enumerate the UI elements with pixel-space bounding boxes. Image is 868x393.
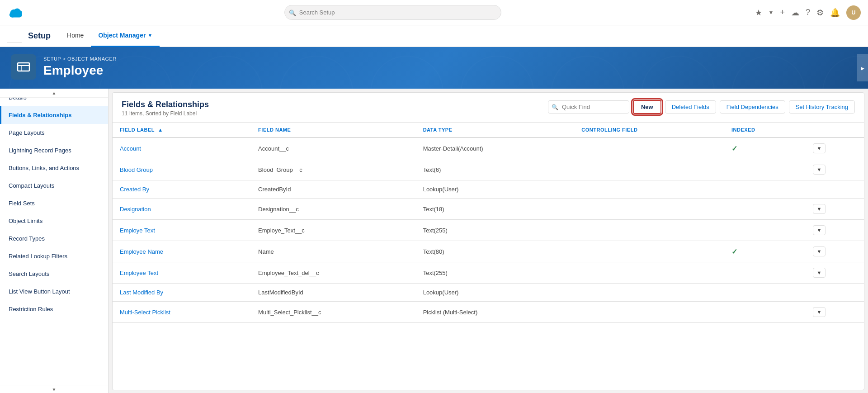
- cell-data-type: Picklist (Multi-Select): [416, 302, 575, 323]
- field-label-link[interactable]: Multi-Select Picklist: [120, 309, 170, 316]
- cell-indexed: [724, 284, 805, 302]
- salesforce-logo[interactable]: [7, 4, 25, 22]
- fields-table-container: FIELD LABEL ▲ FIELD NAME DATA TYPE CONTR…: [113, 123, 864, 390]
- field-label-link[interactable]: Employee Text: [120, 270, 158, 276]
- cell-indexed: [724, 262, 805, 284]
- cell-field-label: Employe Text: [113, 220, 251, 241]
- app-navigation: Setup Home Object Manager ▼: [0, 25, 868, 47]
- tab-object-manager[interactable]: Object Manager ▼: [91, 25, 160, 47]
- success-cloud-icon[interactable]: ☁: [791, 8, 799, 18]
- cell-field-label: Created By: [113, 180, 251, 199]
- sidebar-scroll-up[interactable]: ▲: [0, 89, 108, 98]
- sidebar-item-list-view-button-layout[interactable]: List View Button Layout: [0, 283, 108, 300]
- banner-collapse-button[interactable]: ▸: [857, 54, 868, 81]
- cell-field-label: Account: [113, 137, 251, 159]
- cell-data-type: Lookup(User): [416, 284, 575, 302]
- svg-rect-4: [10, 12, 22, 17]
- sidebar-item-related-lookup-filters[interactable]: Related Lookup Filters: [0, 247, 108, 265]
- sidebar-item-fields---relationships[interactable]: Fields & Relationships: [0, 106, 108, 124]
- sidebar-item-record-types[interactable]: Record Types: [0, 230, 108, 247]
- table-row: Last Modified ByLastModifiedByIdLookup(U…: [113, 284, 864, 302]
- cell-controlling-field: [574, 302, 724, 323]
- fields-table: FIELD LABEL ▲ FIELD NAME DATA TYPE CONTR…: [113, 123, 864, 323]
- add-icon[interactable]: +: [780, 8, 785, 17]
- cell-row-actions: ▼: [806, 302, 864, 323]
- breadcrumb-object-manager-link[interactable]: OBJECT MANAGER: [67, 56, 117, 62]
- sidebar-item-object-limits[interactable]: Object Limits: [0, 212, 108, 230]
- row-action-dropdown-button[interactable]: ▼: [813, 225, 826, 235]
- cell-field-label: Employee Name: [113, 241, 251, 262]
- row-action-dropdown-button[interactable]: ▼: [813, 307, 826, 317]
- sidebar: ▲ DetailsFields & RelationshipsPage Layo…: [0, 89, 108, 393]
- favorites-star-icon[interactable]: ★: [755, 8, 762, 18]
- settings-icon[interactable]: ⚙: [816, 8, 824, 18]
- sidebar-item-search-layouts[interactable]: Search Layouts: [0, 265, 108, 283]
- cell-data-type: Text(6): [416, 159, 575, 180]
- tab-home[interactable]: Home: [60, 25, 91, 47]
- sidebar-item-field-sets[interactable]: Field Sets: [0, 194, 108, 212]
- row-action-dropdown-button[interactable]: ▼: [813, 246, 826, 256]
- app-launcher-icon[interactable]: [7, 30, 22, 43]
- table-row: AccountAccount__cMaster-Detail(Account)✓…: [113, 137, 864, 159]
- user-avatar[interactable]: U: [846, 5, 861, 20]
- field-label-link[interactable]: Employe Text: [120, 227, 155, 234]
- set-history-tracking-button[interactable]: Set History Tracking: [789, 100, 855, 114]
- field-label-link[interactable]: Created By: [120, 186, 149, 193]
- row-action-dropdown-button[interactable]: ▼: [813, 204, 826, 214]
- cell-row-actions: ▼: [806, 262, 864, 284]
- sidebar-scroll-down[interactable]: ▼: [0, 385, 108, 393]
- global-search: 🔍: [284, 5, 501, 20]
- breadcrumb-setup-link[interactable]: SETUP: [43, 56, 61, 62]
- col-actions: [806, 123, 864, 137]
- field-label-link[interactable]: Account: [120, 145, 141, 152]
- breadcrumb-separator: >: [63, 56, 67, 62]
- sidebar-item-restriction-rules[interactable]: Restriction Rules: [0, 300, 108, 318]
- cell-data-type: Lookup(User): [416, 180, 575, 199]
- cell-field-name: CreatedById: [251, 180, 416, 199]
- content-panel: Fields & Relationships 11 Items, Sorted …: [112, 92, 864, 390]
- cell-field-name: Multi_Select_Picklist__c: [251, 302, 416, 323]
- field-label-link[interactable]: Last Modified By: [120, 289, 163, 296]
- table-row: Created ByCreatedByIdLookup(User): [113, 180, 864, 199]
- banner-text-area: SETUP > OBJECT MANAGER Employee: [43, 56, 117, 78]
- row-action-dropdown-button[interactable]: ▼: [813, 165, 826, 175]
- sidebar-item-compact-layouts[interactable]: Compact Layouts: [0, 177, 108, 194]
- cell-indexed: ✓: [724, 137, 805, 159]
- row-action-dropdown-button[interactable]: ▼: [813, 268, 826, 278]
- global-search-icon: 🔍: [289, 9, 296, 16]
- top-navigation: 🔍 ★ ▼ + ☁ ? ⚙ 🔔 U: [0, 0, 868, 25]
- row-action-dropdown-button[interactable]: ▼: [813, 143, 826, 153]
- cell-row-actions: ▼: [806, 159, 864, 180]
- indexed-check-icon: ✓: [731, 248, 737, 256]
- section-title: Fields & Relationships: [122, 100, 209, 109]
- table-row: Employee TextEmployee_Text_del__cText(25…: [113, 262, 864, 284]
- sidebar-item-lightning-record-pages[interactable]: Lightning Record Pages: [0, 142, 108, 159]
- global-search-input[interactable]: [284, 5, 501, 20]
- cell-row-actions: ▼: [806, 137, 864, 159]
- cell-controlling-field: [574, 159, 724, 180]
- sidebar-item-page-layouts[interactable]: Page Layouts: [0, 124, 108, 142]
- favorites-dropdown-icon[interactable]: ▼: [769, 9, 774, 16]
- help-icon[interactable]: ?: [806, 8, 810, 17]
- content-title-area: Fields & Relationships 11 Items, Sorted …: [122, 100, 209, 117]
- sidebar-item-buttons--links--and-actions[interactable]: Buttons, Links, and Actions: [0, 159, 108, 177]
- table-row: DesignationDesignation__cText(18)▼: [113, 199, 864, 220]
- cell-indexed: [724, 180, 805, 199]
- cell-field-name: Blood_Group__c: [251, 159, 416, 180]
- deleted-fields-button[interactable]: Deleted Fields: [665, 100, 716, 114]
- quick-find-input[interactable]: [548, 100, 629, 114]
- page-banner: SETUP > OBJECT MANAGER Employee ▸: [0, 47, 868, 89]
- field-label-link[interactable]: Employee Name: [120, 248, 163, 255]
- sort-field-label-icon: ▲: [158, 127, 163, 133]
- field-dependencies-button[interactable]: Field Dependencies: [720, 100, 785, 114]
- main-content-area: ▲ DetailsFields & RelationshipsPage Layo…: [0, 89, 868, 393]
- new-button[interactable]: New: [633, 100, 661, 114]
- col-field-label[interactable]: FIELD LABEL ▲: [113, 123, 251, 137]
- cell-indexed: [724, 220, 805, 241]
- field-label-link[interactable]: Designation: [120, 206, 151, 213]
- cell-controlling-field: [574, 241, 724, 262]
- notifications-icon[interactable]: 🔔: [830, 8, 840, 18]
- cell-field-label: Employee Text: [113, 262, 251, 284]
- content-actions: 🔍 New Deleted Fields Field Dependencies …: [548, 100, 855, 114]
- field-label-link[interactable]: Blood Group: [120, 166, 153, 173]
